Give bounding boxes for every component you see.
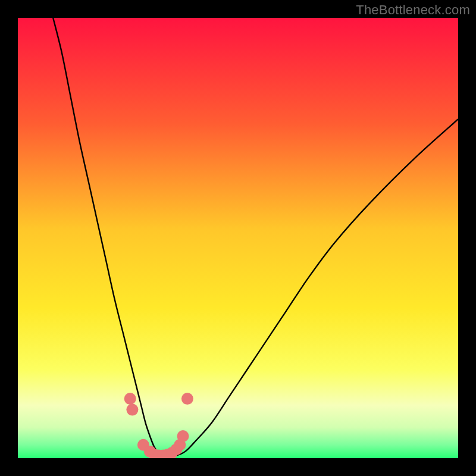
data-marker	[124, 393, 136, 405]
outer-frame: TheBottleneck.com	[0, 0, 476, 476]
watermark-text: TheBottleneck.com	[356, 2, 470, 18]
plot-area	[18, 18, 458, 458]
gradient-background	[18, 18, 458, 458]
data-marker	[177, 430, 189, 442]
data-marker	[181, 393, 193, 405]
plot-svg	[18, 18, 458, 458]
data-marker	[126, 404, 138, 416]
